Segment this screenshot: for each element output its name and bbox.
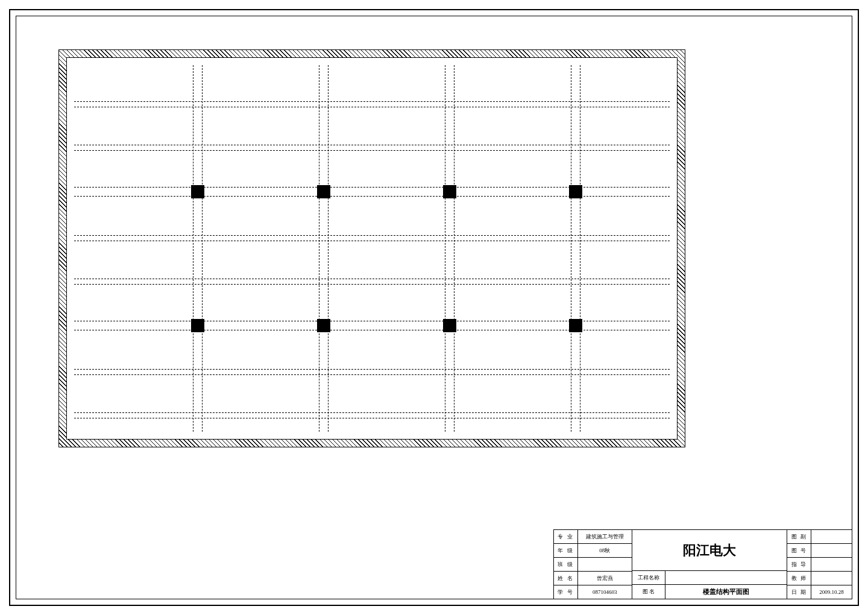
titleblock-right-column: 图 副 图 号 指 导 教 师 日 期 2009.10.28	[787, 530, 852, 599]
column	[317, 319, 330, 332]
label-advisor: 指 导	[787, 558, 811, 571]
label-drawing: 图 名	[632, 585, 665, 599]
value-sheet	[811, 530, 852, 543]
beam-vertical-main	[319, 65, 329, 432]
titleblock-left-column: 专 业 建筑施工与管理 年 级 08秋 班 级 姓 名 曾宏燕 学 号 0871…	[554, 530, 632, 599]
value-project	[665, 571, 787, 584]
beam-vertical-main	[571, 65, 580, 432]
column	[443, 319, 456, 332]
value-major: 建筑施工与管理	[578, 530, 632, 543]
drawing-title: 楼盖结构平面图	[665, 585, 787, 599]
label-date: 日 期	[787, 585, 811, 599]
value-class	[578, 558, 632, 571]
title-block: 专 业 建筑施工与管理 年 级 08秋 班 级 姓 名 曾宏燕 学 号 0871…	[553, 529, 852, 599]
label-major: 专 业	[554, 530, 578, 543]
value-advisor	[811, 558, 852, 571]
value-id: 087104603	[578, 585, 632, 599]
label-class: 班 级	[554, 558, 578, 571]
wall-inner-boundary	[66, 57, 678, 440]
beam-vertical-main	[445, 65, 454, 432]
label-project: 工程名称	[632, 571, 665, 584]
column	[191, 185, 204, 198]
label-grade: 年 级	[554, 544, 578, 557]
value-number	[811, 544, 852, 557]
structural-plan-drawing	[58, 49, 685, 447]
titleblock-middle-column: 阳江电大 工程名称 图 名 楼盖结构平面图	[632, 530, 787, 599]
institution-name: 阳江电大	[632, 530, 787, 571]
label-name: 姓 名	[554, 572, 578, 585]
column	[569, 319, 582, 332]
column	[317, 185, 330, 198]
label-id: 学 号	[554, 585, 578, 599]
value-grade: 08秋	[578, 544, 632, 557]
value-name: 曾宏燕	[578, 572, 632, 585]
label-sheet: 图 副	[787, 530, 811, 543]
wall-outer-boundary	[58, 49, 685, 447]
inner-frame: 专 业 建筑施工与管理 年 级 08秋 班 级 姓 名 曾宏燕 学 号 0871…	[16, 16, 852, 599]
column	[569, 185, 582, 198]
label-number: 图 号	[787, 544, 811, 557]
column	[443, 185, 456, 198]
value-date: 2009.10.28	[811, 585, 852, 599]
column	[191, 319, 204, 332]
beam-vertical-main	[193, 65, 203, 432]
label-teacher: 教 师	[787, 572, 811, 585]
value-teacher	[811, 572, 852, 585]
